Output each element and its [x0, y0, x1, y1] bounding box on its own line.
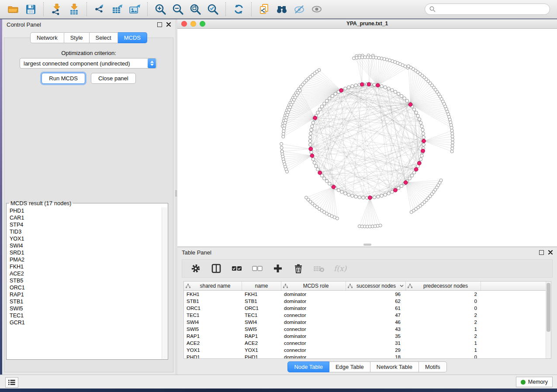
float-panel-icon[interactable]	[157, 22, 162, 27]
table-row[interactable]: SWI5SWI5connector431	[184, 326, 551, 333]
close-panel-icon[interactable]	[166, 22, 171, 27]
tab-edge-table[interactable]: Edge Table	[329, 361, 370, 372]
table-scrollbar-thumb[interactable]	[547, 283, 550, 332]
tab-mcds[interactable]: MCDS	[118, 32, 147, 43]
import-network-button[interactable]	[48, 1, 65, 17]
tab-motifs[interactable]: Motifs	[419, 361, 447, 372]
splitter-grip[interactable]	[175, 190, 177, 196]
tab-style[interactable]: Style	[64, 32, 90, 43]
delete-row-button[interactable]	[293, 263, 304, 274]
table-scrollbar[interactable]	[546, 282, 551, 358]
mcds-result-item[interactable]: STB1	[7, 298, 162, 305]
column-header-shared-name[interactable]: shared name	[184, 282, 242, 290]
table-row[interactable]: FKH1FKH1dominator962	[184, 291, 551, 298]
table-row[interactable]: PHD1PHD1dominator180	[184, 354, 551, 359]
hide-selected-button[interactable]	[291, 1, 308, 17]
table-settings-button[interactable]	[190, 263, 201, 274]
table-header-row: shared namenameMCDS rolesuccessor nodesp…	[184, 282, 551, 291]
tab-network-table[interactable]: Network Table	[370, 361, 419, 372]
select-all-button[interactable]	[231, 263, 242, 274]
mcds-result-item[interactable]: SWI5	[7, 305, 162, 312]
tab-node-table[interactable]: Node Table	[287, 361, 329, 372]
zoom-selected-button[interactable]	[204, 1, 221, 17]
duplicate-network-button[interactable]	[256, 1, 273, 17]
mcds-result-item[interactable]: SWI4	[7, 242, 162, 249]
table-panel-title: Table Panel	[182, 249, 211, 256]
mcds-result-item[interactable]: PHD1	[7, 207, 162, 214]
table-cell: 47	[346, 313, 406, 318]
main-toolbar	[0, 0, 557, 19]
export-table-button[interactable]	[108, 1, 126, 17]
window-close-traffic-light[interactable]	[181, 21, 187, 27]
save-session-button[interactable]	[22, 1, 39, 17]
table-cell: RAP1	[184, 334, 242, 339]
column-header-name[interactable]: name	[242, 282, 281, 290]
panel-menu-button[interactable]	[5, 377, 18, 388]
criterion-select[interactable]: largest connected component (undirected)	[20, 58, 157, 69]
table-row[interactable]: ACE2ACE2connector311	[184, 340, 551, 347]
table-cell: TEC1	[184, 313, 242, 318]
zoom-out-button[interactable]	[169, 1, 187, 17]
mcds-result-item[interactable]: CAR1	[7, 214, 162, 221]
mcds-result-item[interactable]: GCR1	[7, 319, 162, 326]
zoom-in-button[interactable]	[152, 1, 169, 17]
mcds-result-item[interactable]: YOX1	[7, 235, 162, 242]
mcds-list-scrollbar[interactable]	[162, 207, 167, 359]
tab-select[interactable]: Select	[90, 32, 118, 43]
network-window-titlebar[interactable]: YPA_prune.txt_1	[177, 19, 557, 29]
mcds-result-item[interactable]: TID3	[7, 228, 162, 235]
add-row-button[interactable]	[272, 263, 284, 274]
toolbar-separator	[147, 2, 148, 16]
search-network-button[interactable]	[273, 1, 291, 17]
search-box[interactable]	[425, 3, 550, 15]
mcds-result-item[interactable]: TEC1	[7, 312, 162, 319]
run-mcds-button[interactable]: Run MCDS	[42, 73, 85, 84]
eye-icon	[311, 3, 323, 15]
column-header-predecessor-nodes[interactable]: predecessor nodes	[406, 282, 481, 290]
zoom-fit-button[interactable]	[187, 1, 204, 17]
table-cell: 1	[406, 327, 481, 332]
network-canvas[interactable]	[177, 29, 557, 247]
canvas-resize-grip[interactable]	[363, 244, 371, 246]
table-row[interactable]: YOX1YOX1connector291	[184, 347, 551, 354]
table-row[interactable]: STB1STB1dominator620	[184, 298, 551, 305]
open-file-button[interactable]	[4, 1, 22, 17]
column-header-MCDS-role[interactable]: MCDS role	[281, 282, 346, 290]
table-cell: RAP1	[242, 334, 281, 339]
close-panel-button[interactable]: Close panel	[91, 73, 136, 84]
table-row[interactable]: TEC1TEC1connector472	[184, 312, 551, 319]
function-builder-button[interactable]: f(x)	[334, 264, 346, 273]
duplicate-network-icon	[259, 3, 270, 15]
close-table-panel-icon[interactable]	[548, 250, 553, 254]
table-row[interactable]: SWI4SWI4dominator462	[184, 319, 551, 326]
deselect-all-button[interactable]	[252, 263, 263, 274]
delete-table-button[interactable]	[313, 263, 325, 274]
memory-button[interactable]: Memory	[516, 377, 553, 387]
search-input[interactable]	[438, 6, 545, 13]
mcds-result-item[interactable]: SRD1	[7, 249, 162, 256]
table-panel: Table Panel	[177, 247, 557, 375]
window-zoom-traffic-light[interactable]	[200, 21, 205, 27]
table-row[interactable]: RAP1RAP1dominator352	[184, 333, 551, 340]
mcds-result-item[interactable]: ACE2	[7, 270, 162, 277]
show-all-button[interactable]	[308, 1, 325, 17]
mcds-result-item[interactable]: STB5	[7, 277, 162, 284]
column-header-successor-nodes[interactable]: successor nodes	[346, 282, 406, 290]
mcds-result-item[interactable]: FKH1	[7, 263, 162, 270]
mcds-result-item[interactable]: PMA2	[7, 256, 162, 263]
import-table-button[interactable]	[65, 1, 83, 17]
tab-network[interactable]: Network	[30, 32, 64, 43]
table-cell: 61	[346, 306, 406, 311]
toolbar-separator	[43, 2, 44, 16]
mcds-result-item[interactable]: RAP1	[7, 291, 162, 298]
export-network-button[interactable]	[91, 1, 108, 17]
import-table-icon	[68, 3, 80, 15]
toggle-columns-button[interactable]	[211, 263, 222, 274]
mcds-result-item[interactable]: STP4	[7, 221, 162, 228]
export-image-button[interactable]	[126, 1, 143, 17]
window-minimize-traffic-light[interactable]	[190, 21, 196, 27]
mcds-result-item[interactable]: ORC1	[7, 284, 162, 291]
table-row[interactable]: ORC1ORC1dominator610	[184, 305, 551, 312]
refresh-button[interactable]	[230, 1, 247, 17]
float-table-panel-icon[interactable]	[539, 250, 544, 255]
